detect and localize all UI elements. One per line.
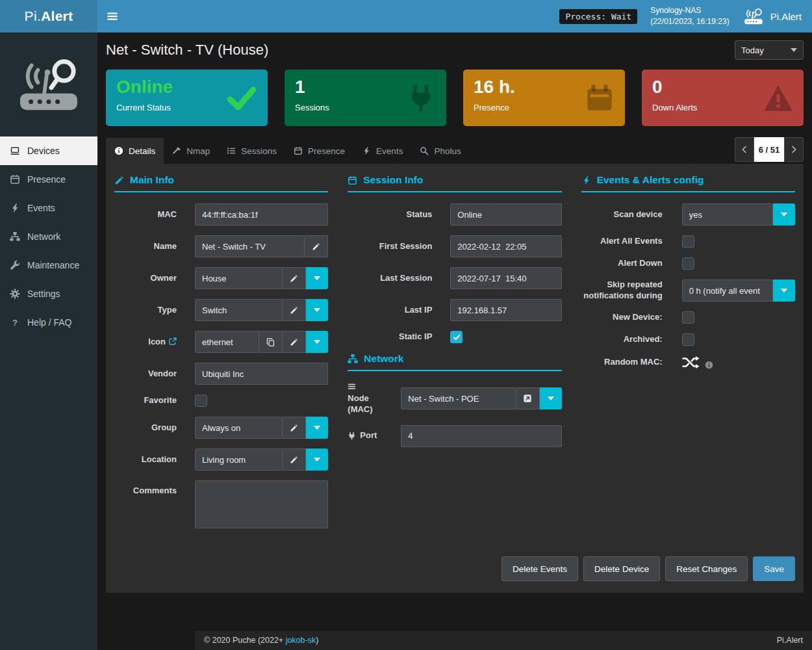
edit-group-button[interactable]: [283, 417, 306, 439]
server-bars-icon: [348, 382, 356, 391]
tab-sessions[interactable]: Sessions: [218, 138, 285, 164]
favorite-label: Favorite: [114, 395, 177, 406]
node-label: Node (MAC): [348, 382, 393, 415]
type-input[interactable]: [195, 299, 283, 321]
field-row-random-mac: Random MAC:: [581, 356, 795, 369]
group-input[interactable]: [195, 417, 283, 439]
save-button[interactable]: Save: [753, 556, 795, 581]
period-select[interactable]: Today: [735, 40, 804, 60]
field-row-type: Type: [114, 299, 328, 321]
pencil-icon: [290, 274, 298, 283]
card-sessions[interactable]: 1 Sessions: [285, 70, 446, 126]
card-down-alerts[interactable]: 0 Down Alerts: [642, 70, 804, 126]
new-device-checkbox[interactable]: [682, 311, 694, 324]
tab-details[interactable]: Details: [106, 138, 164, 164]
comments-textarea[interactable]: [195, 480, 328, 528]
sidebar-item-maintenance[interactable]: Maintenance: [0, 251, 97, 280]
footer: © 2020 Puche (2022+ jokob-sk) Pi.Alert: [195, 630, 812, 650]
static-ip-checkbox[interactable]: [450, 331, 463, 343]
box-arrow-icon: [523, 394, 532, 403]
open-node-button[interactable]: [516, 387, 540, 410]
skip-notifications-label: Skip repeated notifications during: [581, 280, 663, 302]
archived-checkbox[interactable]: [682, 333, 694, 346]
node-mac-input[interactable]: [401, 387, 516, 410]
skip-notifications-input[interactable]: [682, 280, 773, 302]
name-input[interactable]: [195, 235, 305, 257]
group-dropdown-button[interactable]: [306, 417, 328, 439]
skip-notifications-dropdown-button[interactable]: [773, 280, 795, 302]
mac-input[interactable]: [195, 203, 328, 226]
scan-device-input[interactable]: [682, 203, 773, 226]
type-dropdown-button[interactable]: [306, 299, 328, 321]
sidebar-item-label: Network: [27, 231, 60, 242]
tab-label: Presence: [308, 146, 345, 156]
sidebar-item-events[interactable]: Events: [0, 194, 97, 222]
external-link-icon[interactable]: [169, 337, 177, 345]
tab-pholus[interactable]: Pholus: [411, 138, 469, 164]
main-info-header: Main Info: [114, 174, 328, 192]
last-ip-input[interactable]: [450, 299, 561, 321]
card-current-status[interactable]: Online Current Status: [106, 70, 268, 126]
sidebar-item-presence[interactable]: Presence: [0, 165, 97, 194]
header-app-link[interactable]: Pi.Alert: [742, 7, 802, 25]
port-input[interactable]: [401, 425, 561, 447]
sidebar-item-help[interactable]: ? Help / FAQ: [0, 308, 97, 337]
copy-icon-button[interactable]: [259, 331, 283, 353]
sidebar-item-devices[interactable]: Devices: [0, 136, 97, 165]
pencil-icon: [312, 242, 320, 251]
tab-label: Nmap: [186, 146, 210, 156]
tab-nmap[interactable]: Nmap: [164, 138, 218, 164]
gear-icon: [10, 289, 20, 299]
icon-input[interactable]: [195, 331, 259, 353]
sidebar-toggle-button[interactable]: [97, 0, 127, 32]
sidebar-item-settings[interactable]: Settings: [0, 280, 97, 308]
port-label-text: Port: [360, 430, 377, 441]
edit-type-button[interactable]: [283, 299, 306, 321]
owner-dropdown-button[interactable]: [306, 267, 328, 289]
edit-owner-button[interactable]: [283, 267, 306, 289]
field-row-last-ip: Last IP: [348, 299, 561, 321]
brand-logo[interactable]: Pi.Alert: [0, 0, 97, 32]
sidebar-item-label: Settings: [27, 289, 60, 299]
sidebar: Devices Presence Events Network Maintena…: [0, 32, 97, 650]
header-right: Process: Wait Synology-NAS (22/01/2023, …: [559, 5, 812, 27]
node-dropdown-button[interactable]: [540, 387, 562, 410]
icon-dropdown-button[interactable]: [306, 331, 328, 353]
tab-presence[interactable]: Presence: [285, 138, 353, 164]
calendar-icon: [348, 176, 357, 185]
bolt-icon: [581, 176, 591, 185]
section-title-text: Session Info: [363, 174, 423, 186]
delete-device-button[interactable]: Delete Device: [583, 556, 660, 581]
edit-icon-button[interactable]: [283, 331, 306, 353]
status-input[interactable]: [450, 203, 561, 226]
prev-device-button[interactable]: [735, 137, 754, 162]
next-device-button[interactable]: [784, 137, 804, 162]
alert-all-checkbox[interactable]: [682, 235, 694, 248]
location-label: Location: [114, 454, 177, 465]
delete-events-button[interactable]: Delete Events: [501, 556, 578, 581]
owner-input[interactable]: [195, 267, 283, 289]
reset-changes-button[interactable]: Reset Changes: [665, 556, 748, 581]
edit-name-button[interactable]: [305, 235, 328, 257]
first-session-input[interactable]: [450, 235, 561, 257]
field-row-static-ip: Static IP: [348, 331, 561, 343]
jokob-sk-link[interactable]: jokob-sk: [286, 636, 316, 645]
alert-down-checkbox[interactable]: [682, 257, 694, 270]
favorite-checkbox[interactable]: [195, 395, 207, 407]
scan-device-dropdown-button[interactable]: [773, 203, 795, 226]
alerts-config-section: Events & Alerts config Scan device Alert…: [581, 174, 795, 538]
tab-events[interactable]: Events: [353, 138, 411, 164]
location-input[interactable]: [195, 448, 283, 471]
field-row-icon: Icon: [114, 331, 328, 353]
card-presence[interactable]: 16 h. Presence: [463, 70, 625, 126]
edit-location-button[interactable]: [283, 448, 306, 471]
shuffle-icon[interactable]: [682, 356, 700, 369]
location-dropdown-button[interactable]: [306, 448, 328, 471]
last-session-input[interactable]: [450, 267, 561, 289]
sidebar-item-network[interactable]: Network: [0, 222, 97, 251]
main-area: Net - Switch - TV (House) Today Online C…: [97, 32, 812, 650]
pencil-icon: [290, 338, 298, 346]
last-session-label: Last Session: [348, 273, 432, 284]
vendor-input[interactable]: [195, 363, 328, 385]
info-circle-icon[interactable]: [705, 361, 713, 369]
